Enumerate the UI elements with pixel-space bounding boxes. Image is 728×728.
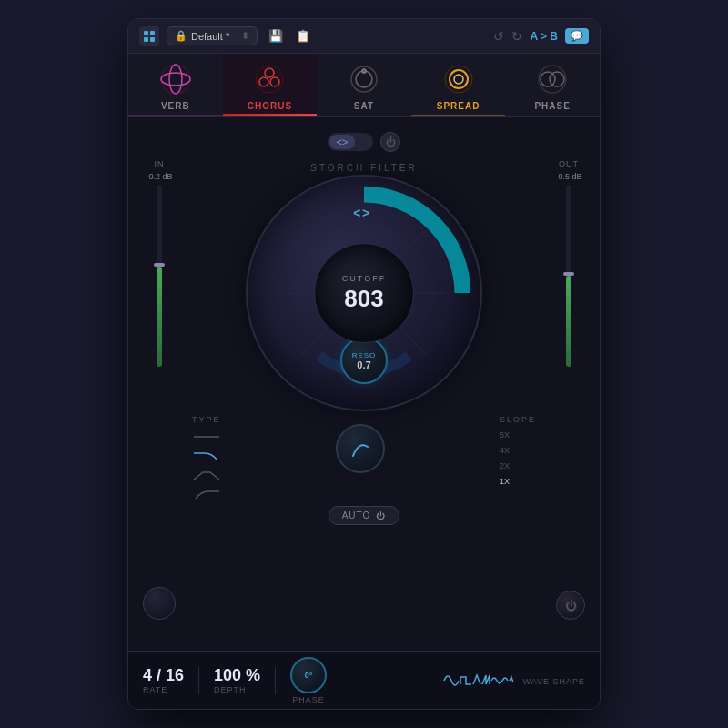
verb-indicator [128, 115, 223, 116]
type-highpass[interactable] [192, 486, 221, 502]
in-value: -0.2 dB [146, 172, 172, 181]
slope-5x[interactable]: 5X [500, 429, 536, 441]
cutoff-value: 803 [344, 285, 383, 313]
chorus-label: CHORUS [248, 101, 292, 111]
comment-button[interactable]: 💬 [565, 28, 589, 44]
phase-knob[interactable]: 0° [290, 657, 327, 693]
auto-label: AUTO [342, 511, 371, 521]
in-label: IN [155, 159, 165, 168]
svg-point-8 [265, 68, 274, 77]
out-label: OUT [559, 159, 579, 168]
left-knob[interactable] [143, 587, 176, 620]
tab-sat[interactable]: SAT [317, 54, 411, 116]
slope-section: SLOPE 5X 4X 2X 1X [500, 415, 536, 488]
sat-icon [346, 61, 382, 97]
slope-4x[interactable]: 4X [500, 444, 536, 457]
right-power-container: ⏻ [556, 591, 585, 620]
wave-shapes: WAVE SHAPE [442, 668, 585, 693]
filter-dial-outer: < > CUTOFF 803 RESO 0.7 [246, 175, 482, 411]
depth-label: DEPTH [214, 685, 247, 694]
header-nav: ↺ ↻ A > B 💬 [493, 28, 589, 44]
cutoff-label: CUTOFF [342, 274, 386, 283]
header-actions: 💾 📋 [265, 27, 314, 45]
type-label: TYPE [192, 415, 221, 424]
type-section: TYPE [192, 415, 221, 502]
svg-rect-1 [150, 31, 155, 35]
toggle-left[interactable]: <> [329, 135, 356, 149]
tab-bar: VERB CHORUS [128, 54, 600, 117]
svg-point-6 [161, 73, 190, 86]
svg-text:>: > [362, 207, 369, 220]
type-bandpass[interactable] [192, 467, 221, 483]
depth-value: 100 % [214, 667, 260, 683]
phase-label: PHASE [534, 101, 570, 111]
preset-name: Default * [191, 31, 229, 42]
left-knob-container [143, 587, 176, 620]
tab-spread[interactable]: SPREAD [411, 54, 506, 116]
lock-icon: 🔒 [175, 30, 187, 42]
tab-chorus[interactable]: CHORUS [223, 54, 318, 116]
save-button[interactable]: 💾 [265, 27, 287, 45]
chorus-icon [251, 61, 288, 97]
sat-label: SAT [354, 101, 374, 111]
transport-row: <> ⏻ [141, 132, 587, 152]
sep-1 [198, 667, 199, 694]
preset-dropdown[interactable]: 🔒 Default * ⬍ [167, 26, 258, 46]
out-value: -0.5 dB [555, 172, 581, 181]
svg-rect-2 [144, 37, 148, 42]
power-icon: ⏻ [386, 136, 396, 147]
toggle-right[interactable] [357, 140, 371, 144]
chorus-active-indicator [223, 114, 318, 116]
svg-point-5 [169, 65, 182, 94]
type-flat[interactable] [192, 429, 221, 445]
svg-point-11 [351, 66, 377, 92]
sep-2 [275, 667, 276, 694]
bottom-bar: 4 / 16 RATE 100 % DEPTH 0° PHASE [128, 651, 600, 709]
out-meter-section: OUT -0.5 dB [551, 159, 587, 367]
verb-label: VERB [161, 101, 190, 111]
spread-label: SPREAD [437, 101, 480, 111]
filter-name: STORCH FILTER [310, 163, 418, 173]
reso-knob[interactable]: RESO 0.7 [340, 337, 388, 384]
tab-verb[interactable]: VERB [128, 54, 223, 116]
spread-indicator [411, 115, 506, 116]
verb-icon [157, 61, 194, 97]
wave-shape-icons[interactable] [442, 668, 515, 693]
svg-point-19 [550, 72, 564, 86]
filter-dial[interactable]: < > CUTOFF 803 RESO 0.7 [246, 175, 482, 411]
rate-param: 4 / 16 RATE [143, 667, 184, 694]
tab-phase[interactable]: PHASE [505, 54, 600, 116]
dropdown-arrow: ⬍ [241, 30, 249, 42]
ab-button[interactable]: A > B [530, 30, 558, 43]
right-power-icon: ⏻ [565, 599, 577, 612]
out-meter-track[interactable] [566, 185, 571, 367]
right-power-btn[interactable]: ⏻ [556, 591, 585, 620]
redo-button[interactable]: ↻ [511, 29, 522, 44]
plugin-container: 🔒 Default * ⬍ 💾 📋 ↺ ↻ A > B 💬 [127, 18, 601, 710]
rate-label: RATE [143, 685, 167, 694]
undo-button[interactable]: ↺ [493, 29, 504, 44]
logo [139, 26, 159, 46]
phase-value: 0° [305, 671, 313, 680]
svg-point-16 [454, 75, 463, 84]
auto-section: AUTO ⏻ [329, 506, 400, 525]
auto-power-icon: ⏻ [376, 511, 386, 521]
auto-button[interactable]: AUTO ⏻ [329, 506, 400, 525]
in-meter-track[interactable] [157, 185, 162, 367]
center-dial-btn[interactable] [336, 424, 385, 473]
type-lowpass[interactable] [192, 448, 221, 464]
wave-shape-label: WAVE SHAPE [522, 677, 585, 686]
phase-label: PHASE [292, 695, 325, 704]
save-as-button[interactable]: 📋 [292, 27, 314, 45]
spread-icon [440, 61, 477, 97]
slope-1x[interactable]: 1X [500, 475, 536, 488]
svg-text:<: < [353, 207, 360, 220]
svg-point-9 [259, 77, 268, 86]
slope-2x[interactable]: 2X [500, 460, 536, 472]
reso-value: 0.7 [357, 359, 370, 370]
svg-point-15 [450, 70, 468, 88]
in-meter-section: IN -0.2 dB [141, 159, 177, 367]
power-button[interactable]: ⏻ [380, 132, 400, 152]
svg-point-17 [539, 66, 566, 93]
svg-rect-0 [144, 31, 148, 35]
